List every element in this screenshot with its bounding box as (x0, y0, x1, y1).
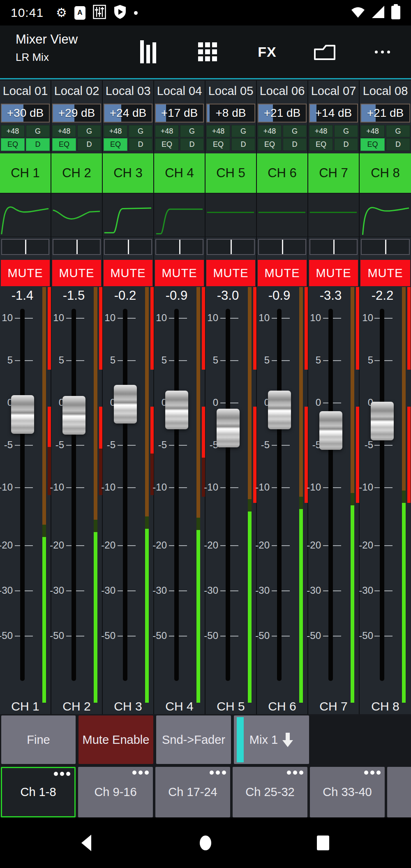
channel-source-name[interactable]: Local 07 (308, 81, 359, 101)
dynamics-button[interactable]: D (26, 138, 50, 151)
eq-curve-display[interactable] (308, 193, 359, 237)
mix-1-button[interactable]: Mix 1 (234, 715, 309, 764)
channel-select-button[interactable]: CH 3 (103, 153, 153, 193)
channel-source-name[interactable]: Local 08 (360, 81, 411, 101)
channel-select-button[interactable]: CH 8 (360, 153, 411, 193)
mute-button[interactable]: MUTE (1, 260, 50, 286)
tab-options-dots[interactable] (132, 771, 149, 775)
eq-button[interactable]: EQ (1, 138, 25, 151)
eq-button[interactable]: EQ (104, 138, 127, 151)
dynamics-button[interactable]: D (77, 138, 101, 151)
pan-slider[interactable] (154, 237, 205, 257)
home-icon[interactable] (193, 817, 218, 868)
tab-ch-9-16[interactable]: Ch 9-16 (78, 767, 153, 817)
eq-curve-display[interactable] (360, 193, 411, 237)
fader-handle[interactable] (371, 402, 394, 440)
gate-button[interactable]: G (180, 125, 204, 137)
current-mix-label[interactable]: LR Mix (16, 51, 49, 64)
eq-button[interactable]: EQ (206, 138, 230, 151)
dynamics-button[interactable]: D (334, 138, 358, 151)
gain-control[interactable]: +30 dB (0, 101, 51, 125)
mute-button[interactable]: MUTE (155, 260, 204, 286)
mute-button[interactable]: MUTE (52, 260, 101, 286)
fader-handle[interactable] (319, 411, 342, 450)
phantom-48v-button[interactable]: +48 (258, 125, 282, 137)
gain-control[interactable]: +21 dB (257, 101, 307, 125)
pan-slider[interactable] (257, 237, 307, 257)
tab-ch-17-24[interactable]: Ch 17-24 (155, 767, 230, 817)
mute-button[interactable]: MUTE (104, 260, 152, 286)
channel-source-name[interactable]: Local 01 (0, 81, 51, 101)
phantom-48v-button[interactable]: +48 (206, 125, 230, 137)
channel-source-name[interactable]: Local 04 (154, 81, 205, 101)
meters-view-icon[interactable] (136, 25, 160, 78)
phantom-48v-button[interactable]: +48 (309, 125, 333, 137)
channel-source-name[interactable]: Local 05 (206, 81, 256, 101)
gain-control[interactable]: +17 dB (154, 101, 205, 125)
recents-icon[interactable] (311, 817, 335, 868)
eq-curve-display[interactable] (206, 193, 256, 237)
pan-slider[interactable] (103, 237, 153, 257)
eq-curve-display[interactable] (257, 193, 307, 237)
pan-slider[interactable] (308, 237, 359, 257)
gate-button[interactable]: G (26, 125, 50, 137)
pan-slider[interactable] (360, 237, 411, 257)
fader-handle[interactable] (114, 385, 137, 424)
phantom-48v-button[interactable]: +48 (52, 125, 76, 137)
phantom-48v-button[interactable]: +48 (155, 125, 179, 137)
eq-button[interactable]: EQ (155, 138, 179, 151)
channel-source-name[interactable]: Local 02 (51, 81, 102, 101)
phantom-48v-button[interactable]: +48 (104, 125, 127, 137)
channel-source-name[interactable]: Local 06 (257, 81, 307, 101)
folder-icon[interactable] (310, 25, 339, 78)
fx-icon[interactable]: FX (253, 25, 282, 78)
eq-button[interactable]: EQ (360, 138, 385, 151)
eq-button[interactable]: EQ (258, 138, 282, 151)
dynamics-button[interactable]: D (231, 138, 255, 151)
fader-handle[interactable] (165, 391, 188, 429)
fader-handle[interactable] (268, 391, 291, 429)
tab-ch-25-32[interactable]: Ch 25-32 (233, 767, 307, 817)
tab-options-dots[interactable] (287, 771, 303, 775)
gate-button[interactable]: G (77, 125, 101, 137)
phantom-48v-button[interactable]: +48 (360, 125, 385, 137)
snd-fader-button[interactable]: Snd->Fader (156, 715, 231, 764)
pan-slider[interactable] (206, 237, 256, 257)
mute-enable-button[interactable]: Mute Enable (79, 715, 153, 764)
pan-slider[interactable] (0, 237, 51, 257)
eq-button[interactable]: EQ (52, 138, 76, 151)
eq-curve-display[interactable] (51, 193, 102, 237)
dynamics-button[interactable]: D (180, 138, 204, 151)
grid-view-icon[interactable] (195, 25, 220, 78)
dynamics-button[interactable]: D (283, 138, 307, 151)
gate-button[interactable]: G (386, 125, 410, 137)
eq-curve-display[interactable] (154, 193, 205, 237)
dynamics-button[interactable]: D (129, 138, 152, 151)
gain-control[interactable]: +8 dB (206, 101, 256, 125)
fine-button[interactable]: Fine (1, 715, 76, 764)
tab-c[interactable]: C (387, 767, 411, 817)
phantom-48v-button[interactable]: +48 (1, 125, 25, 137)
eq-curve-display[interactable] (0, 193, 51, 237)
gain-control[interactable]: +29 dB (51, 101, 102, 125)
mute-button[interactable]: MUTE (360, 260, 410, 286)
channel-select-button[interactable]: CH 2 (51, 153, 102, 193)
mute-button[interactable]: MUTE (206, 260, 255, 286)
mute-button[interactable]: MUTE (258, 260, 307, 286)
mute-button[interactable]: MUTE (309, 260, 358, 286)
channel-select-button[interactable]: CH 7 (308, 153, 359, 193)
channel-select-button[interactable]: CH 6 (257, 153, 307, 193)
tab-ch-1-8[interactable]: Ch 1-8 (1, 767, 76, 817)
channel-select-button[interactable]: CH 5 (206, 153, 256, 193)
gate-button[interactable]: G (334, 125, 358, 137)
eq-curve-display[interactable] (103, 193, 153, 237)
fader-handle[interactable] (62, 396, 85, 435)
dynamics-button[interactable]: D (386, 138, 410, 151)
gate-button[interactable]: G (231, 125, 255, 137)
channel-select-button[interactable]: CH 4 (154, 153, 205, 193)
pan-slider[interactable] (51, 237, 102, 257)
fader-handle[interactable] (217, 409, 240, 447)
back-icon[interactable] (74, 817, 99, 868)
tab-options-dots[interactable] (54, 772, 70, 776)
tab-ch-33-40[interactable]: Ch 33-40 (310, 767, 385, 817)
